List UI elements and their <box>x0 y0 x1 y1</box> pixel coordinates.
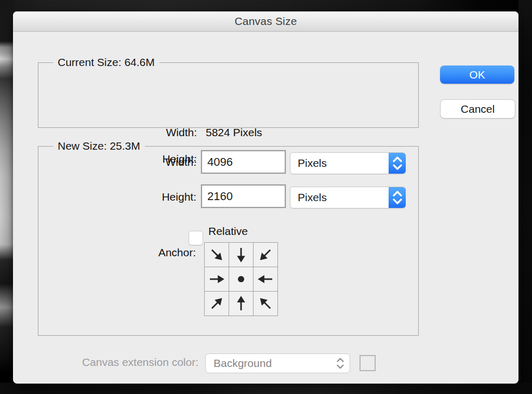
anchor-cell-up-left-arrow-icon[interactable] <box>254 292 277 316</box>
canvas-extension-color-label: Canvas extension color: <box>13 356 198 369</box>
new-size-legend: New Size: 25.3M <box>53 140 145 152</box>
ok-button[interactable]: OK <box>440 65 514 84</box>
current-width-value: 5824 Pixels <box>206 126 262 139</box>
new-height-label: Height: <box>13 191 196 203</box>
new-width-unit-select[interactable]: Pixels <box>290 152 406 174</box>
anchor-cell-right-arrow-icon[interactable] <box>205 267 229 291</box>
dialog-titlebar[interactable]: Canvas Size <box>13 11 518 32</box>
relative-label: Relative <box>208 225 248 238</box>
new-height-unit-select[interactable]: Pixels <box>290 187 406 208</box>
extension-color-swatch <box>360 355 376 371</box>
new-width-input[interactable] <box>201 150 286 174</box>
new-width-label: Width: <box>13 156 196 168</box>
anchor-cell-down-left-arrow-icon[interactable] <box>254 243 277 267</box>
anchor-cell-down-arrow-icon[interactable] <box>229 243 253 267</box>
photo-strip-right <box>518 0 532 394</box>
anchor-cell-up-right-arrow-icon[interactable] <box>205 292 229 316</box>
stepper-chevrons-icon[interactable] <box>389 187 406 208</box>
canvas-extension-color-select: Background <box>205 353 350 373</box>
current-size-group: Current Size: 64.6M Width: 5824 Pixels H… <box>38 62 419 128</box>
anchor-label: Anchor: <box>13 246 196 259</box>
current-width-label: Width: <box>38 126 197 139</box>
new-width-unit-value: Pixels <box>290 157 389 169</box>
canvas-size-dialog: Canvas Size Current Size: 64.6M Width: 5… <box>13 11 518 384</box>
relative-checkbox[interactable] <box>189 231 203 245</box>
new-height-unit-value: Pixels <box>290 191 389 204</box>
anchor-grid <box>204 242 278 316</box>
canvas-extension-color-value: Background <box>206 357 331 370</box>
disabled-stepper-chevrons-icon <box>331 356 350 371</box>
new-height-input[interactable] <box>201 185 286 208</box>
anchor-cell-left-arrow-icon[interactable] <box>254 267 277 291</box>
photo-strip-left <box>0 0 14 394</box>
anchor-cell-up-arrow-icon[interactable] <box>229 292 253 316</box>
stepper-chevrons-icon[interactable] <box>389 153 406 174</box>
photo-strip-top <box>0 0 532 12</box>
cancel-button-label: Cancel <box>461 103 495 115</box>
anchor-cell-down-right-arrow-icon[interactable] <box>205 243 229 267</box>
ok-button-label: OK <box>469 69 485 81</box>
photo-strip-bottom <box>0 383 532 394</box>
cancel-button[interactable]: Cancel <box>440 99 515 119</box>
anchor-cell-dot-icon[interactable] <box>229 267 253 291</box>
current-size-legend: Current Size: 64.6M <box>53 56 159 69</box>
dialog-title: Canvas Size <box>234 15 297 28</box>
